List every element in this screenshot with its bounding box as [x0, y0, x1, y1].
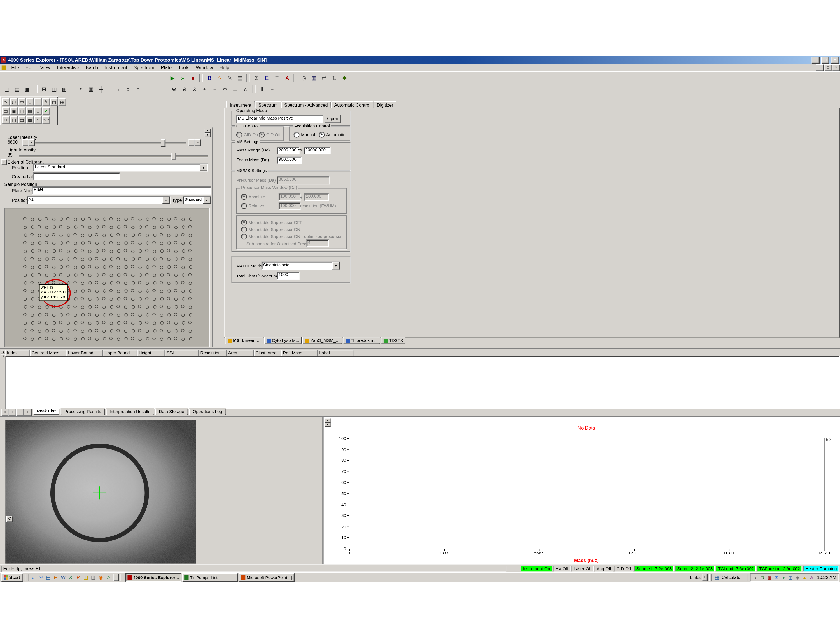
plate-well[interactable]	[109, 337, 112, 340]
cut-icon[interactable]: ✂	[2, 116, 10, 124]
plate-well[interactable]	[160, 329, 163, 332]
relative-field[interactable]: 100.000	[279, 202, 300, 210]
plate-well[interactable]	[182, 257, 184, 260]
plate-well[interactable]	[124, 258, 127, 261]
plate-well[interactable]	[24, 234, 27, 237]
menu-batch[interactable]: Batch	[82, 65, 101, 70]
save-plate-icon[interactable]: ▣	[10, 107, 17, 115]
plate-well[interactable]	[139, 273, 142, 276]
plate-well[interactable]	[153, 217, 155, 220]
plate-well[interactable]	[31, 290, 34, 293]
plate-well[interactable]	[125, 289, 127, 292]
plate-well[interactable]	[103, 321, 105, 324]
tab-spectrum-advanced[interactable]: Spectrum - Advanced	[281, 101, 331, 108]
plate-well[interactable]	[88, 274, 91, 276]
plate-well[interactable]	[124, 234, 127, 237]
plate-well[interactable]	[124, 273, 127, 276]
plate-well[interactable]	[81, 330, 84, 333]
plate-well[interactable]	[145, 226, 148, 228]
plate-well[interactable]	[67, 234, 70, 237]
plate-well[interactable]	[89, 257, 92, 261]
plate-well[interactable]	[138, 257, 141, 260]
plate-well[interactable]	[132, 298, 134, 301]
plate-well[interactable]	[124, 330, 127, 333]
plate-well[interactable]	[67, 226, 70, 229]
antivirus-icon[interactable]: ▣	[767, 574, 772, 581]
plate-well[interactable]	[117, 314, 120, 317]
duplicate-icon[interactable]: ◫	[18, 107, 26, 115]
copy-icon[interactable]: ◫	[10, 116, 17, 124]
plate-well[interactable]	[153, 282, 156, 284]
plate-well[interactable]	[96, 321, 99, 324]
plate-well[interactable]	[153, 322, 156, 325]
plate-well[interactable]	[182, 338, 185, 341]
tile-vertical-icon[interactable]: ◫	[49, 85, 59, 93]
plate-well[interactable]	[139, 290, 141, 293]
external-calibrant-toggle-icon[interactable]: ×	[1, 159, 7, 165]
plate-well[interactable]	[59, 321, 62, 324]
mdi-restore-icon[interactable]: □	[824, 64, 832, 71]
plate-well[interactable]	[175, 330, 178, 332]
plate-well[interactable]	[32, 273, 34, 276]
plate-well[interactable]	[153, 313, 155, 316]
media-player-icon[interactable]: ►	[52, 574, 59, 581]
expand-y-icon[interactable]: ↕	[123, 85, 133, 93]
plate-well[interactable]	[175, 282, 178, 284]
plate-well[interactable]	[45, 337, 48, 340]
plate-well[interactable]	[66, 242, 69, 244]
plate-well[interactable]	[132, 257, 135, 261]
plate-well[interactable]	[167, 273, 170, 276]
plate-well[interactable]	[146, 234, 149, 237]
plate-well[interactable]	[124, 321, 127, 324]
tile-horizontal-icon[interactable]: ⊟	[39, 85, 49, 93]
chevron-down-icon[interactable]: ▼	[200, 164, 207, 171]
plate-well[interactable]	[103, 218, 106, 221]
plate-well[interactable]	[45, 226, 48, 229]
text-tool-icon[interactable]: T	[272, 73, 282, 82]
total-shots-field[interactable]: 1000	[277, 272, 299, 280]
plate-well[interactable]	[132, 234, 135, 237]
plate-well[interactable]	[66, 313, 69, 316]
plate-well[interactable]	[39, 266, 41, 268]
plate-well[interactable]	[88, 289, 91, 292]
messenger-icon[interactable]: ☺	[105, 574, 112, 581]
plate-well[interactable]	[124, 306, 127, 309]
plate-well[interactable]	[139, 226, 142, 229]
plate-well[interactable]	[30, 329, 33, 332]
plate-map[interactable]: well: I3 x = 21122.500 y = 40787.500	[4, 208, 210, 347]
plate-well[interactable]	[74, 257, 76, 260]
plate-well[interactable]	[95, 338, 98, 341]
plate-well[interactable]	[139, 321, 142, 324]
menu-view[interactable]: View	[37, 65, 54, 70]
display-icon[interactable]: ◫	[788, 574, 794, 581]
plate-well[interactable]	[174, 289, 177, 292]
plate-well[interactable]	[125, 218, 127, 221]
panel-scroll-control[interactable]: ▴ ▾	[205, 128, 210, 137]
plate-well[interactable]	[74, 273, 77, 276]
plate-well[interactable]	[117, 329, 120, 332]
plate-well[interactable]	[189, 258, 192, 261]
select-pointer-icon[interactable]: ↖	[2, 98, 10, 106]
radio-cid-off[interactable]: CID Off	[259, 132, 281, 137]
plate-well[interactable]	[124, 282, 127, 285]
plate-well[interactable]	[88, 313, 91, 316]
plate-well[interactable]	[88, 265, 91, 268]
close-icon[interactable]: ×	[831, 57, 839, 63]
plate-well[interactable]	[82, 266, 84, 268]
plate-well[interactable]	[132, 305, 135, 308]
laser-step-up-icon[interactable]: ›	[188, 139, 195, 146]
plate-well[interactable]	[124, 297, 127, 300]
plate-well[interactable]	[182, 298, 185, 300]
plate-well[interactable]	[52, 281, 55, 284]
open-file-icon[interactable]: ▤	[12, 85, 22, 93]
plate-well[interactable]	[67, 257, 70, 261]
plate-well[interactable]	[38, 330, 41, 333]
plate-well[interactable]	[39, 337, 41, 340]
mail-icon[interactable]: ✉	[774, 574, 780, 581]
plate-well[interactable]	[24, 226, 27, 229]
powerpoint-icon[interactable]: P	[75, 574, 82, 581]
plate-well[interactable]	[38, 273, 41, 276]
plate-well[interactable]	[95, 266, 98, 269]
plate-well[interactable]	[182, 329, 184, 332]
tab-scroll-last-icon[interactable]: »	[24, 409, 32, 416]
